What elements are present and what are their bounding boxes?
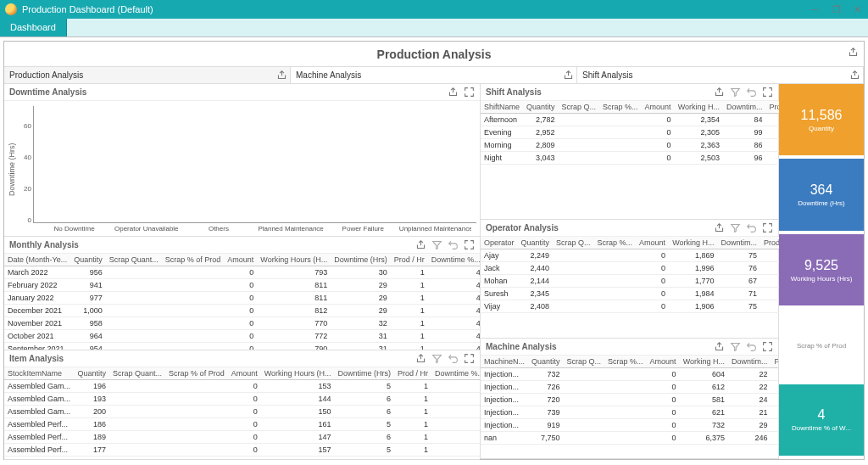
column-header[interactable]: Scrap %... <box>599 101 642 114</box>
kpi-card[interactable]: Scrap % of Prod <box>779 309 864 384</box>
table-row[interactable]: Assembled Gam...1960153514 <box>4 380 480 393</box>
export-icon[interactable] <box>415 239 426 250</box>
column-header[interactable]: Prod / Hr <box>394 367 431 380</box>
filter-icon[interactable] <box>730 222 741 233</box>
column-header[interactable]: Downtime %... <box>431 367 480 380</box>
column-header[interactable]: Quantity <box>75 367 110 380</box>
column-header[interactable]: Downtime (Hrs) <box>331 254 391 266</box>
column-header[interactable]: Amount <box>228 367 261 380</box>
column-header[interactable]: Working H... <box>680 356 728 368</box>
column-header[interactable]: Scrap % of Prod <box>165 367 228 380</box>
filter-icon[interactable] <box>730 87 741 98</box>
column-header[interactable]: Downtim... <box>723 101 766 114</box>
export-icon[interactable] <box>848 47 859 58</box>
column-header[interactable]: Amount <box>647 356 680 368</box>
column-header[interactable]: Scrap %... <box>604 356 647 368</box>
table-row[interactable]: Base Board Blac...1880145614 <box>4 457 480 460</box>
column-header[interactable]: Quantity <box>528 356 564 368</box>
table-row[interactable]: December 20211,00008122914 <box>4 305 480 317</box>
column-header[interactable]: Downtime %... <box>428 254 480 266</box>
undo-icon[interactable] <box>746 222 757 233</box>
export-icon[interactable] <box>448 87 459 98</box>
table-row[interactable]: Suresh2,34501,9847114 <box>481 288 826 300</box>
column-header[interactable]: Downtime (Hrs) <box>335 367 395 380</box>
column-header[interactable]: Amount <box>224 254 257 266</box>
filter-icon[interactable] <box>431 239 442 250</box>
table-row[interactable]: October 202196407723114 <box>4 330 480 343</box>
column-header[interactable]: Amount <box>636 237 669 249</box>
maximize-icon[interactable] <box>762 222 773 233</box>
close-button[interactable]: ✕ <box>852 4 863 15</box>
undo-icon[interactable] <box>746 87 757 98</box>
column-header[interactable]: Quantity <box>523 101 559 114</box>
kpi-card[interactable]: 11,586Quantity <box>779 84 864 159</box>
maximize-icon[interactable] <box>464 87 475 98</box>
column-header[interactable]: Date (Month-Ye... <box>4 254 70 266</box>
table-row[interactable]: Assembled Gam...1930144614 <box>4 393 480 406</box>
table-row[interactable]: Ajay2,24901,8697514 <box>481 249 826 262</box>
table-row[interactable]: Injection...73906212113 <box>481 406 778 419</box>
column-header[interactable]: Working H... <box>669 237 717 249</box>
column-header[interactable]: Scrap Q... <box>559 101 600 114</box>
undo-icon[interactable] <box>746 341 757 352</box>
column-header[interactable]: Prod... <box>771 356 779 368</box>
table-row[interactable]: September 202195407903114 <box>4 343 480 350</box>
minimize-button[interactable]: ─ <box>810 4 821 15</box>
column-header[interactable]: Downtim... <box>717 237 760 249</box>
kpi-card[interactable]: 4Downtime % of W... <box>779 384 864 459</box>
column-header[interactable]: MachineN... <box>481 356 528 368</box>
machine-table[interactable]: MachineN...QuantityScrap Q...Scrap %...A… <box>481 356 778 445</box>
column-header[interactable]: Working Hours (H... <box>257 254 331 266</box>
column-header[interactable]: Quantity <box>70 254 106 266</box>
column-header[interactable]: ShiftName <box>481 101 523 114</box>
column-header[interactable]: Working H... <box>675 101 723 114</box>
export-icon[interactable] <box>714 341 725 352</box>
export-icon[interactable] <box>415 353 426 364</box>
export-icon[interactable] <box>563 70 574 81</box>
column-header[interactable]: Amount <box>642 101 675 114</box>
table-row[interactable]: Jack2,44001,9967614 <box>481 262 826 275</box>
export-icon[interactable] <box>714 87 725 98</box>
item-table[interactable]: StockItemNameQuantityScrap Quant...Scrap… <box>4 367 480 459</box>
column-header[interactable]: Downtim... <box>728 356 771 368</box>
table-row[interactable]: Assembled Perf...1890147614 <box>4 431 480 444</box>
column-header[interactable]: Quantity <box>518 237 554 249</box>
column-header[interactable]: Scrap Q... <box>553 237 594 249</box>
tab-dashboard[interactable]: Dashboard <box>0 19 67 36</box>
kpi-card[interactable]: 9,525Working Hours (Hrs) <box>779 234 864 309</box>
table-row[interactable]: Assembled Perf...1860161513 <box>4 418 480 431</box>
table-row[interactable]: March 202295607933014 <box>4 266 480 279</box>
column-header[interactable]: Scrap Q... <box>564 356 605 368</box>
export-icon[interactable] <box>849 70 860 81</box>
monthly-table[interactable]: Date (Month-Ye...QuantityScrap Quant...S… <box>4 254 480 350</box>
undo-icon[interactable] <box>448 353 459 364</box>
maximize-icon[interactable] <box>464 353 475 364</box>
table-row[interactable]: Injection...72606122214 <box>481 381 778 394</box>
table-row[interactable]: Mohan2,14401,7706714 <box>481 275 826 288</box>
maximize-icon[interactable] <box>464 239 475 250</box>
column-header[interactable]: Working Hours (H... <box>261 367 335 380</box>
undo-icon[interactable] <box>448 239 459 250</box>
maximize-icon[interactable] <box>762 87 773 98</box>
maximize-icon[interactable] <box>762 341 773 352</box>
filter-icon[interactable] <box>431 353 442 364</box>
column-header[interactable]: Scrap % of Prod <box>162 254 225 266</box>
column-header[interactable]: StockItemName <box>4 367 75 380</box>
table-row[interactable]: Injection...73206042214 <box>481 368 778 381</box>
table-row[interactable]: Assembled Gam...2000150614 <box>4 406 480 418</box>
column-header[interactable]: Scrap Quant... <box>106 254 162 266</box>
column-header[interactable]: Scrap Quant... <box>109 367 165 380</box>
tab-machine-analysis[interactable]: Machine Analysis <box>291 67 577 83</box>
table-row[interactable]: November 202195807703214 <box>4 317 480 330</box>
table-row[interactable]: January 202297708112914 <box>4 292 480 305</box>
operator-table[interactable]: OperatorQuantityScrap Q...Scrap %...Amou… <box>481 237 826 313</box>
table-row[interactable]: Injection...72005812414 <box>481 394 778 406</box>
export-icon[interactable] <box>714 222 725 233</box>
filter-icon[interactable] <box>730 341 741 352</box>
column-header[interactable]: Scrap %... <box>594 237 637 249</box>
export-icon[interactable] <box>276 70 287 81</box>
table-row[interactable]: February 202294108112914 <box>4 279 480 292</box>
kpi-card[interactable]: 364Downtime (Hrs) <box>779 159 864 233</box>
tab-production-analysis[interactable]: Production Analysis <box>4 67 291 83</box>
table-row[interactable]: Injection...91907322914 <box>481 419 778 432</box>
